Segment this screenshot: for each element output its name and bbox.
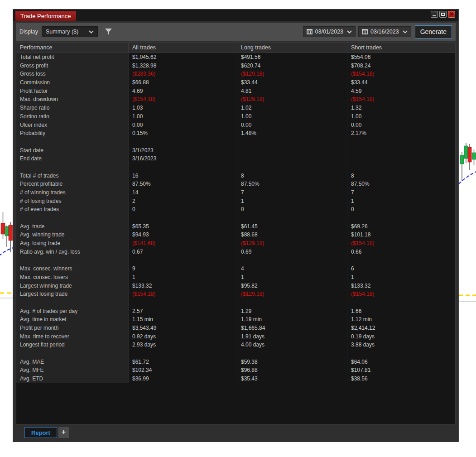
- maximize-button[interactable]: [439, 11, 447, 18]
- cell-long: 0.00: [237, 121, 347, 130]
- table-row[interactable]: Avg. MAE$61.72$59.38$64.06: [16, 358, 455, 366]
- cell-short: ($154.18): [347, 70, 455, 78]
- row-label: Avg. time in market: [16, 315, 129, 324]
- cell-all: ($154.18): [129, 95, 237, 104]
- table-row[interactable]: Avg. ETD$36.99$35.43$38.56: [16, 375, 455, 383]
- table-row[interactable]: Sharpe ratio1.031.021.32: [16, 104, 455, 112]
- title-bar[interactable]: Trade Performance ✕: [13, 10, 458, 21]
- start-date-picker[interactable]: 03/01/2023: [303, 26, 356, 37]
- display-dropdown-value: Summary ($): [46, 29, 89, 35]
- cell-all: $94.93: [129, 231, 237, 239]
- table-row[interactable]: # of losing trades211: [16, 197, 455, 206]
- table-row[interactable]: Total # of trades1688: [16, 172, 455, 180]
- cell-short: 7: [347, 188, 455, 197]
- table-row[interactable]: # of even trades000: [16, 205, 455, 214]
- cell-all: [129, 163, 237, 172]
- cell-short: 1: [347, 197, 455, 206]
- table-row[interactable]: Max. drawdown($154.18)($129.18)($154.18): [16, 95, 455, 104]
- column-header-performance[interactable]: Performance: [16, 43, 129, 53]
- add-tab-button[interactable]: +: [58, 427, 69, 438]
- table-row[interactable]: [16, 138, 455, 146]
- cell-all: $1,045.62: [129, 53, 237, 62]
- row-label: Max. consec. losers: [16, 273, 129, 282]
- table-row[interactable]: Largest losing trade($154.18)($129.18)($…: [16, 290, 455, 298]
- table-row[interactable]: Ulcer index0.000.000.00: [16, 121, 455, 130]
- cell-short: ($154.18): [347, 239, 455, 248]
- table-row[interactable]: [16, 163, 455, 172]
- table-row[interactable]: Commission$66.88$33.44$33.44: [16, 78, 455, 87]
- generate-button[interactable]: Generate: [415, 25, 452, 38]
- cell-short: $554.06: [347, 53, 455, 62]
- table-row[interactable]: [16, 298, 455, 307]
- minimize-button[interactable]: [431, 11, 438, 18]
- cell-short: [347, 154, 455, 163]
- chevron-down-icon: [89, 30, 94, 34]
- cell-short: [347, 214, 455, 222]
- table-row[interactable]: Probability0.15%1.48%2.17%: [16, 129, 455, 138]
- cell-short: $33.44: [347, 78, 455, 87]
- end-date-picker[interactable]: 03/16/2023: [358, 26, 411, 37]
- table-row[interactable]: Profit factor4.694.814.59: [16, 87, 455, 96]
- table-row[interactable]: Longest flat period2.93 days4.00 days3.8…: [16, 341, 455, 349]
- cell-all: $102.34: [129, 366, 237, 375]
- row-label: Commission: [16, 78, 129, 87]
- performance-table: Performance All trades Long trades Short…: [16, 42, 456, 424]
- candle-down: [1, 223, 5, 234]
- column-header-short-trades[interactable]: Short trades: [347, 43, 455, 53]
- row-label: Avg. # of trades per day: [16, 307, 129, 316]
- row-label: [16, 214, 129, 222]
- table-row[interactable]: Total net profit$1,045.62$491.56$554.06: [16, 53, 455, 62]
- table-row[interactable]: Avg. time in market1.15 min1.19 min1.12 …: [16, 315, 455, 324]
- cell-all: ($154.18): [129, 290, 237, 298]
- table-row[interactable]: Percent profitable87.50%87.50%87.50%: [16, 180, 455, 188]
- column-header-all-trades[interactable]: All trades: [129, 43, 237, 53]
- cell-short: 6: [347, 265, 455, 273]
- table-row[interactable]: Sortino ratio1.001.001.00: [16, 112, 455, 121]
- filter-button[interactable]: [105, 29, 112, 35]
- table-row[interactable]: Largest winning trade$133.32$95.82$133.3…: [16, 282, 455, 290]
- cell-long: $620.74: [237, 62, 347, 70]
- table-row[interactable]: Max. consec. winners946: [16, 265, 455, 273]
- cell-long: 7: [237, 188, 347, 197]
- table-row[interactable]: Avg. # of trades per day2.571.291.66: [16, 307, 455, 316]
- row-label: Ratio avg. win / avg. loss: [16, 248, 129, 256]
- cell-short: 0.19 days: [347, 332, 455, 341]
- display-dropdown[interactable]: Summary ($): [42, 26, 98, 37]
- table-row[interactable]: Profit per month$3,543.49$1,665.84$2,414…: [16, 324, 455, 332]
- table-row[interactable]: Start date3/1/2023: [16, 146, 455, 155]
- tab-report[interactable]: Report: [24, 427, 57, 438]
- table-row[interactable]: Gross loss($283.36)($129.18)($154.18): [16, 70, 455, 78]
- cell-short: $64.06: [347, 358, 455, 366]
- row-label: Percent profitable: [16, 180, 129, 188]
- table-row[interactable]: Ratio avg. win / avg. loss0.670.690.66: [16, 248, 455, 256]
- table-row[interactable]: Avg. trade$65.35$61.45$69.26: [16, 222, 455, 231]
- row-label: Longest flat period: [16, 341, 129, 349]
- table-row[interactable]: End date3/16/2023: [16, 154, 455, 163]
- cell-long: $96.88: [237, 366, 347, 375]
- cell-all: $36.99: [129, 375, 237, 383]
- table-row[interactable]: Max. time to recover0.92 days1.91 days0.…: [16, 332, 455, 341]
- cell-all: 0.00: [129, 121, 237, 130]
- table-row[interactable]: # of winning trades1477: [16, 188, 455, 197]
- end-date-value: 03/16/2023: [370, 29, 399, 35]
- row-label: Avg. MAE: [16, 358, 129, 366]
- cell-long: ($129.18): [237, 290, 347, 298]
- cell-long: 1: [237, 273, 347, 282]
- column-header-long-trades[interactable]: Long trades: [237, 43, 347, 53]
- cell-short: 3.88 days: [347, 341, 455, 349]
- table-row[interactable]: Avg. losing trade($141.68)($129.18)($154…: [16, 239, 455, 248]
- table-row[interactable]: [16, 256, 455, 265]
- cell-all: $66.88: [129, 78, 237, 87]
- cell-long: 0.69: [237, 248, 347, 256]
- close-button[interactable]: ✕: [448, 11, 455, 18]
- cell-all: 1.00: [129, 112, 237, 121]
- table-row[interactable]: [16, 214, 455, 222]
- cell-short: 0.00: [347, 121, 455, 130]
- table-row[interactable]: [16, 349, 455, 358]
- table-row[interactable]: Max. consec. losers111: [16, 273, 455, 282]
- table-row[interactable]: Avg. winning trade$94.93$88.68$101.18: [16, 231, 455, 239]
- table-row[interactable]: Gross profit$1,328.98$620.74$708.24: [16, 62, 455, 70]
- row-label: [16, 349, 129, 358]
- chevron-down-icon: [347, 30, 352, 34]
- table-row[interactable]: Avg. MFE$102.34$96.88$107.81: [16, 366, 455, 375]
